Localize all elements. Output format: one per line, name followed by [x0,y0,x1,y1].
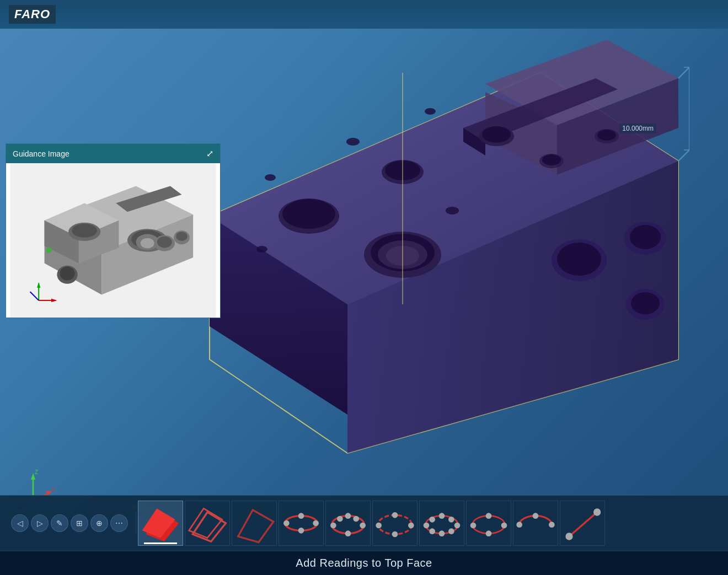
svg-point-106 [448,528,454,534]
header: FARO [0,0,728,29]
svg-point-103 [429,517,435,523]
svg-point-117 [593,508,601,515]
3d-model-svg [165,40,689,459]
tab-circle-outline-1[interactable] [419,501,464,546]
svg-point-111 [486,530,492,536]
svg-point-88 [345,513,351,519]
svg-point-100 [439,513,445,519]
svg-point-113 [533,513,539,519]
svg-point-55 [141,238,154,249]
play-button[interactable]: ▷ [31,514,49,532]
svg-point-109 [486,513,492,519]
tab-circle-2[interactable] [325,501,371,546]
circle-outline-2-icon [467,501,511,545]
svg-point-32 [446,207,459,214]
grid-button[interactable]: ⊞ [71,514,88,532]
faro-logo: FARO [9,5,56,24]
plane-solid-icon [138,501,183,545]
zoom-button[interactable]: ⊕ [90,514,108,532]
svg-point-94 [376,523,382,529]
svg-point-101 [454,523,461,529]
svg-point-61 [176,232,188,241]
svg-point-110 [501,523,507,529]
edit-button[interactable]: ✎ [51,514,68,532]
svg-point-112 [516,522,522,528]
svg-point-105 [429,528,435,534]
back-button[interactable]: ◁ [11,514,29,532]
svg-point-83 [298,513,304,519]
svg-point-102 [439,530,445,536]
svg-marker-80 [238,510,274,542]
svg-point-90 [345,530,351,536]
guidance-close-button[interactable]: ⤢ [206,148,213,159]
svg-point-84 [313,520,319,526]
bottom-section: ◁ ▷ ✎ ⊞ ⊕ ⋯ [0,495,728,575]
svg-point-89 [360,523,366,529]
bottom-controls: ◁ ▷ ✎ ⊞ ⊕ ⋯ [3,512,136,534]
svg-line-115 [569,512,597,536]
status-bar: Add Readings to Top Face [0,551,728,575]
svg-line-35 [678,67,689,78]
plane-outline-1-icon [185,501,229,545]
svg-point-62 [46,247,52,252]
svg-point-116 [565,533,572,540]
measurement-tab-row: ◁ ▷ ✎ ⊞ ⊕ ⋯ [0,496,728,551]
svg-text:Z: Z [35,469,38,475]
svg-point-87 [330,523,336,529]
svg-point-30 [265,174,276,181]
svg-point-31 [256,246,267,252]
dimension-label: 10.000mm [619,123,656,133]
svg-point-22 [597,130,616,141]
circle-3-icon [373,501,417,545]
svg-point-28 [631,292,660,314]
svg-point-104 [448,517,454,523]
svg-point-33 [425,108,436,115]
svg-point-85 [298,528,304,534]
svg-point-92 [353,516,359,522]
tab-circle-3[interactable] [372,501,417,546]
svg-line-34 [678,150,689,161]
plane-outline-2-icon [232,501,276,545]
faro-logo-text: FARO [14,7,50,21]
tab-circle-1[interactable] [279,501,324,546]
circle-1-icon [279,501,323,545]
svg-point-10 [282,199,335,229]
status-text: Add Readings to Top Face [296,557,432,569]
tab-line[interactable] [560,501,605,546]
tab-partial-circle[interactable] [513,501,558,546]
svg-point-96 [408,523,414,529]
circle-2-icon [326,501,370,545]
svg-point-20 [542,154,561,165]
more-button[interactable]: ⋯ [110,514,128,532]
svg-point-26 [630,225,661,249]
svg-point-82 [283,520,290,526]
svg-point-97 [392,531,398,538]
circle-outline-1-icon [420,501,464,545]
tab-plane-outline-1[interactable] [185,501,230,546]
guidance-header: Guidance Image ⤢ [6,144,220,163]
line-icon [560,501,604,545]
svg-point-91 [337,516,343,522]
svg-point-108 [470,523,477,529]
guidance-title: Guidance Image [13,149,69,158]
tab-circle-outline-2[interactable] [466,501,511,546]
svg-text:X: X [51,487,55,493]
svg-point-99 [424,523,430,529]
svg-point-57 [60,267,75,281]
partial-circle-icon [513,501,558,545]
svg-point-51 [72,224,97,238]
guidance-image-area [6,163,220,318]
tab-plane-outline-2[interactable] [232,501,277,546]
svg-point-114 [549,522,555,528]
svg-point-95 [392,512,398,518]
guidance-image-panel: Guidance Image ⤢ [6,143,221,318]
part-preview-svg [6,163,220,318]
svg-point-59 [157,237,172,248]
svg-point-29 [346,138,360,146]
svg-point-14 [482,126,511,143]
svg-point-24 [557,243,601,276]
tab-plane-solid-active[interactable] [138,501,183,546]
